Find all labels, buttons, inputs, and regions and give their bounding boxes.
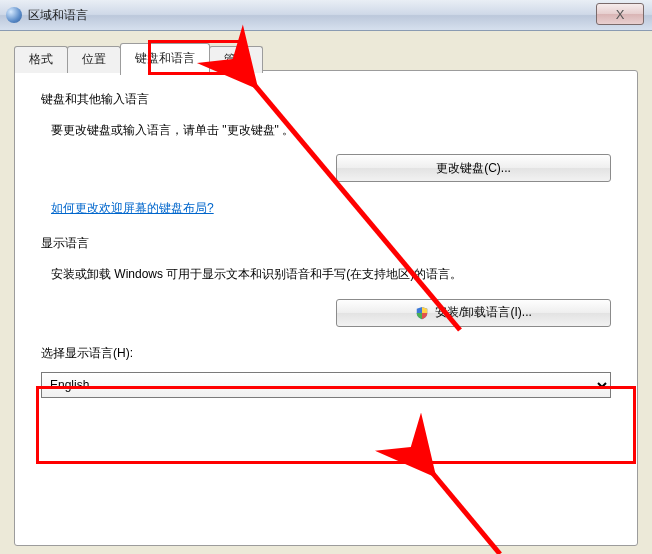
globe-icon bbox=[6, 7, 22, 23]
tab-panel: 键盘和其他输入语言 要更改键盘或输入语言，请单击 "更改键盘" 。 更改键盘(C… bbox=[14, 70, 638, 546]
tab-location[interactable]: 位置 bbox=[67, 46, 121, 73]
tab-format[interactable]: 格式 bbox=[14, 46, 68, 73]
tab-admin[interactable]: 管理 bbox=[209, 46, 263, 73]
welcome-screen-layout-link[interactable]: 如何更改欢迎屏幕的键盘布局? bbox=[51, 201, 214, 215]
change-keyboard-button[interactable]: 更改键盘(C)... bbox=[336, 154, 611, 182]
tabstrip: 格式 位置 键盘和语言 管理 bbox=[14, 46, 262, 72]
display-language-select[interactable]: English bbox=[41, 372, 611, 398]
tab-keyboard-language[interactable]: 键盘和语言 bbox=[120, 43, 210, 75]
install-uninstall-label: 安装/卸载语言(I)... bbox=[435, 304, 532, 321]
install-uninstall-language-button[interactable]: 安装/卸载语言(I)... bbox=[336, 299, 611, 327]
titlebar: 区域和语言 bbox=[0, 0, 652, 31]
section1-text: 要更改键盘或输入语言，请单击 "更改键盘" 。 bbox=[51, 120, 611, 140]
change-keyboard-label: 更改键盘(C)... bbox=[436, 160, 511, 177]
close-icon: X bbox=[616, 7, 625, 22]
section1-title: 键盘和其他输入语言 bbox=[41, 91, 611, 108]
section2-text: 安装或卸载 Windows 可用于显示文本和识别语音和手写(在支持地区)的语言。 bbox=[51, 264, 611, 284]
uac-shield-icon bbox=[415, 306, 429, 320]
display-language-label: 选择显示语言(H): bbox=[41, 345, 611, 362]
section2-title: 显示语言 bbox=[41, 235, 611, 252]
region-language-window: 区域和语言 X 格式 位置 键盘和语言 管理 键盘和其他输入语言 要更改键盘或输… bbox=[0, 0, 652, 554]
close-button[interactable]: X bbox=[596, 3, 644, 25]
window-title: 区域和语言 bbox=[28, 7, 88, 24]
